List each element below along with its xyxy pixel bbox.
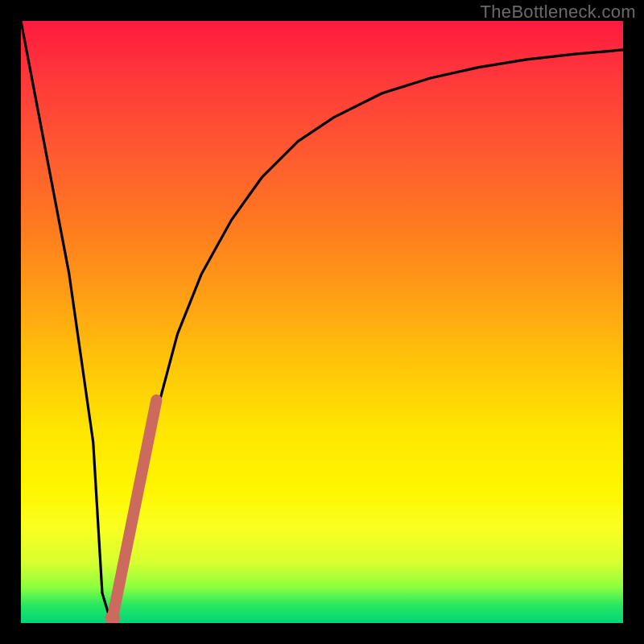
chart-frame: TheBottleneck.com bbox=[0, 0, 644, 644]
watermark-text: TheBottleneck.com bbox=[481, 2, 636, 23]
gradient-background bbox=[21, 21, 623, 623]
